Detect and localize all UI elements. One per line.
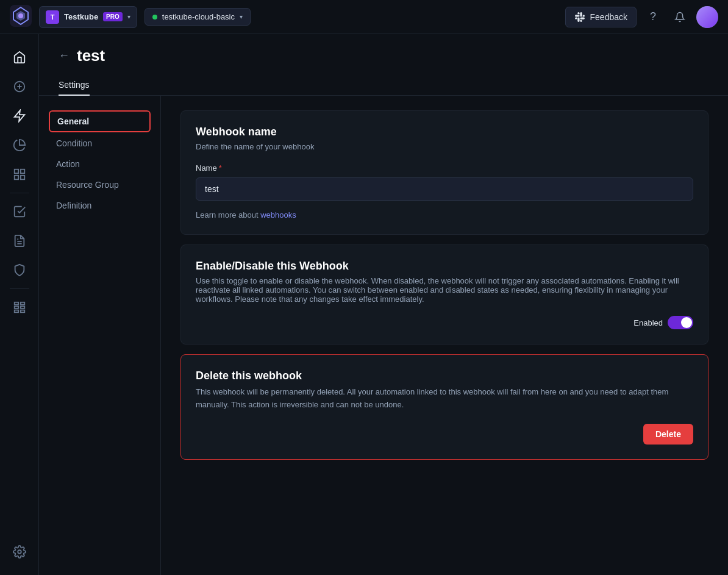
back-button[interactable]: ← [59, 49, 70, 62]
env-name: testkube-cloud-basic [162, 12, 235, 21]
toggle-wrapper: Enabled [633, 316, 693, 329]
pro-badge: PRO [103, 12, 123, 21]
left-nav: General Condition Action Resource Group … [39, 96, 161, 575]
nav-item-resource-group[interactable]: Resource Group [49, 175, 151, 195]
toggle-knob [681, 317, 692, 328]
enable-webhook-card: Enable/Disable this Webhook Use this tog… [180, 245, 708, 345]
webhook-name-card-title: Webhook name [196, 126, 693, 138]
workspace-name: Testkube [64, 12, 98, 21]
topbar-right: Feedback ? [565, 6, 718, 28]
main-layout: ← test Settings General Condition Action… [0, 34, 728, 575]
avatar[interactable] [696, 6, 718, 28]
learn-more-text: Learn more about webhooks [196, 210, 693, 220]
sidebar-item-test-suites[interactable] [6, 227, 33, 254]
sidebar-divider-1 [10, 193, 29, 193]
sidebar-item-add-test[interactable] [6, 73, 33, 100]
svg-rect-9 [20, 170, 24, 173]
svg-rect-10 [14, 176, 18, 179]
enable-card-title: Enable/Disable this Webhook [196, 260, 693, 273]
webhooks-link[interactable]: webhooks [260, 210, 296, 220]
svg-point-20 [18, 550, 21, 554]
sidebar-divider-2 [10, 288, 29, 289]
help-button[interactable]: ? [643, 7, 663, 27]
nav-item-general[interactable]: General [49, 110, 151, 132]
sidebar [0, 34, 39, 575]
sidebar-item-tests[interactable] [6, 198, 33, 225]
svg-rect-16 [14, 306, 18, 309]
svg-rect-15 [20, 302, 24, 305]
delete-webhook-card: Delete this webhook This webhook will be… [180, 354, 708, 460]
form-area: Webhook name Define the name of your web… [161, 96, 728, 575]
name-label: Name* [196, 163, 693, 173]
sidebar-item-artifacts[interactable] [6, 161, 33, 188]
workspace-avatar: T [46, 10, 59, 24]
sidebar-item-home[interactable] [6, 44, 33, 71]
content-area: ← test Settings General Condition Action… [39, 34, 728, 575]
name-form-group: Name* [196, 163, 693, 201]
page-title: test [77, 46, 105, 65]
feedback-label: Feedback [590, 12, 627, 22]
settings-nav: Settings [39, 65, 728, 96]
workspace-selector[interactable]: T Testkube PRO ▾ [39, 6, 137, 28]
svg-marker-7 [14, 110, 24, 121]
delete-card-description: This webhook will be permanently deleted… [196, 386, 693, 412]
slack-icon [574, 12, 585, 23]
env-selector[interactable]: testkube-cloud-basic ▾ [145, 8, 251, 26]
svg-point-3 [18, 13, 23, 18]
topbar: T Testkube PRO ▾ testkube-cloud-basic ▾ … [0, 0, 728, 34]
nav-item-action[interactable]: Action [49, 154, 151, 174]
feedback-button[interactable]: Feedback [565, 7, 637, 27]
sidebar-item-security[interactable] [6, 257, 33, 284]
svg-rect-8 [14, 170, 18, 173]
page-header: ← test [39, 34, 728, 65]
tab-settings[interactable]: Settings [59, 75, 90, 96]
nav-item-condition[interactable]: Condition [49, 134, 151, 153]
webhook-name-card-subtitle: Define the name of your webhook [196, 142, 693, 151]
toggle-row: Enabled [196, 316, 693, 329]
two-col-layout: General Condition Action Resource Group … [39, 96, 728, 575]
nav-item-definition[interactable]: Definition [49, 196, 151, 215]
notifications-button[interactable] [669, 7, 690, 27]
chevron-down-icon: ▾ [127, 13, 130, 20]
svg-rect-19 [20, 310, 24, 313]
logo[interactable] [10, 5, 32, 29]
svg-rect-18 [14, 310, 18, 313]
required-star: * [219, 163, 222, 173]
toggle-label: Enabled [633, 318, 663, 327]
sidebar-item-grid[interactable] [6, 294, 33, 321]
svg-rect-11 [20, 176, 24, 179]
env-chevron-icon: ▾ [240, 13, 243, 20]
webhook-name-card: Webhook name Define the name of your web… [180, 110, 708, 235]
enabled-toggle[interactable] [668, 316, 693, 329]
svg-rect-14 [14, 302, 18, 305]
sidebar-item-triggers[interactable] [6, 102, 33, 129]
enable-card-description: Use this toggle to enable or disable the… [196, 276, 693, 304]
env-status-dot [152, 15, 157, 20]
delete-button[interactable]: Delete [643, 424, 693, 445]
svg-rect-17 [20, 306, 24, 309]
sidebar-item-settings[interactable] [6, 538, 33, 565]
name-input[interactable] [196, 177, 693, 201]
delete-card-title: Delete this webhook [196, 370, 693, 382]
sidebar-item-analytics[interactable] [6, 132, 33, 159]
